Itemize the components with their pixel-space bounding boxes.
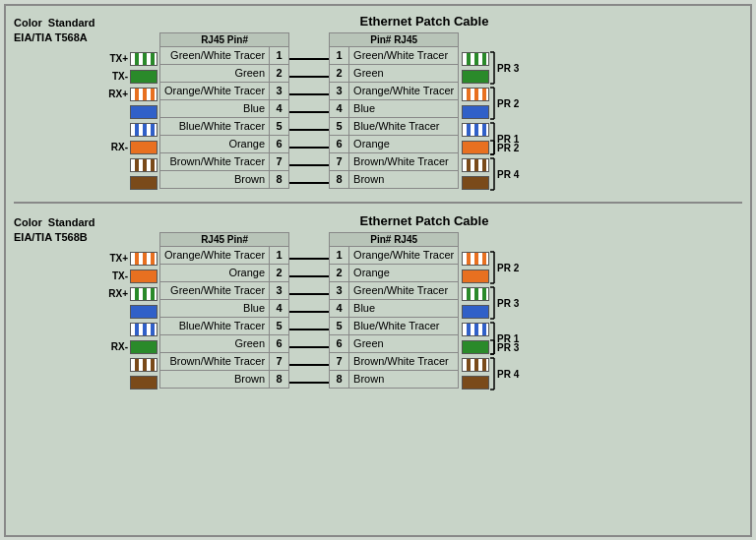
pin-number-cell: 3	[330, 82, 349, 99]
pin-number-cell: 8	[330, 370, 349, 388]
svg-text:PR 3: PR 3	[497, 63, 520, 74]
table-row: 1Green/White Tracer	[330, 46, 459, 64]
table-row: Green/White Tracer3	[160, 281, 289, 299]
wire-name-cell: Green	[349, 334, 459, 352]
table-row: Blue/White Tracer5	[160, 117, 289, 135]
wire-name-cell: Brown	[349, 170, 459, 188]
tx-rx-label: RX+	[106, 288, 128, 299]
pin-number-cell: 4	[330, 99, 349, 117]
color-swatch-left	[130, 141, 158, 154]
pin-number-cell: 5	[270, 317, 289, 334]
wire-name-cell: Brown/White Tracer	[349, 152, 459, 170]
wire-name-cell: Orange	[349, 135, 459, 152]
right-swatch-row	[462, 68, 489, 86]
table-row: Green2	[160, 64, 289, 82]
color-swatch-left	[130, 252, 158, 266]
color-swatch-right	[462, 340, 489, 354]
pin-number-cell: 2	[330, 264, 349, 281]
color-swatch-right	[462, 270, 489, 283]
pin-number-cell: 4	[330, 299, 349, 317]
section-0: Color Standard EIA/TIA T568AEthernet Pat…	[14, 14, 742, 192]
pin-number-cell: 7	[270, 352, 289, 370]
left-label-row: TX-	[106, 68, 158, 86]
left-label-row	[106, 156, 158, 174]
table-row: Orange/White Tracer1	[160, 246, 289, 264]
diagram-area: Ethernet Patch CableTX+TX-RX+RX-RJ45 Pin…	[106, 213, 742, 391]
wire-name-cell: Green	[160, 64, 270, 82]
pin-number-cell: 1	[330, 46, 349, 64]
right-swatch-row	[462, 86, 489, 103]
pin-number-cell: 1	[270, 246, 289, 264]
tx-rx-label: TX+	[106, 53, 128, 64]
table-row: Orange2	[160, 264, 289, 281]
wire-name-cell: Green/White Tracer	[349, 46, 459, 64]
pin-number-cell: 8	[270, 170, 289, 188]
color-swatch-right	[462, 105, 489, 119]
color-swatch-left	[130, 52, 158, 66]
tx-rx-label: RX-	[106, 142, 128, 152]
wire-name-cell: Brown	[349, 370, 459, 388]
table-row: 4Blue	[330, 299, 459, 317]
tx-rx-label: TX-	[106, 270, 128, 281]
wire-table-container: TX+TX-RX+RX-RJ45 Pin#Green/White Tracer1…	[106, 32, 742, 192]
color-swatch-right	[462, 323, 489, 336]
color-swatch-left	[130, 270, 158, 283]
table-row: 2Orange	[330, 264, 459, 281]
pin-number-cell: 5	[330, 117, 349, 135]
left-pin-table: RJ45 Pin#Green/White Tracer1Green2Orange…	[159, 32, 289, 189]
right-swatch-row	[462, 338, 489, 356]
wire-name-cell: Orange/White Tracer	[160, 246, 270, 264]
svg-text:PR 2: PR 2	[497, 263, 520, 273]
pin-number-cell: 6	[330, 135, 349, 152]
left-labels: TX+TX-RX+RX-	[106, 50, 158, 192]
table-row: Orange6	[160, 135, 289, 152]
left-label-row	[106, 121, 158, 139]
right-group: PR 2PR 3PR 1PR 3PR 4	[462, 250, 489, 391]
right-swatch-row	[462, 303, 489, 321]
pin-number-cell: 7	[270, 152, 289, 170]
left-labels: TX+TX-RX+RX-	[106, 250, 158, 391]
pin-number-cell: 7	[330, 152, 349, 170]
wire-name-cell: Blue/White Tracer	[349, 317, 459, 334]
tx-rx-label: RX+	[106, 89, 128, 99]
diagram-title: Ethernet Patch Cable	[360, 14, 489, 29]
table-row: 4Blue	[330, 99, 459, 117]
left-label-row	[106, 303, 158, 321]
svg-text:PR 2: PR 2	[497, 98, 520, 109]
table-row: Green/White Tracer1	[160, 46, 289, 64]
table-row: 5Blue/White Tracer	[330, 117, 459, 135]
color-swatch-right	[462, 88, 489, 101]
wire-name-cell: Orange	[160, 135, 270, 152]
pin-number-cell: 7	[330, 352, 349, 370]
color-swatch-left	[130, 340, 158, 354]
table-row: 2Green	[330, 64, 459, 82]
table-row: Brown/White Tracer7	[160, 352, 289, 370]
wire-name-cell: Blue/White Tracer	[160, 317, 270, 334]
right-swatch-row	[462, 285, 489, 303]
svg-text:PR 4: PR 4	[497, 169, 520, 180]
color-swatch-left	[130, 323, 158, 336]
connector-lines	[289, 250, 329, 391]
wire-name-cell: Brown/White Tracer	[160, 352, 270, 370]
color-swatch-left	[130, 376, 158, 390]
table-row: 6Orange	[330, 135, 459, 152]
wire-name-cell: Green	[349, 64, 459, 82]
color-swatch-left	[130, 176, 158, 190]
pin-number-cell: 6	[270, 135, 289, 152]
standard-label: Color Standard EIA/TIA T568B	[14, 213, 102, 246]
pin-number-cell: 6	[330, 334, 349, 352]
svg-text:PR 3: PR 3	[497, 298, 520, 309]
wire-name-cell: Brown	[160, 370, 270, 388]
svg-text:PR 2: PR 2	[497, 143, 520, 153]
svg-text:PR 4: PR 4	[497, 369, 520, 380]
wire-name-cell: Brown/White Tracer	[349, 352, 459, 370]
color-swatch-right	[462, 176, 489, 190]
table-row: 3Green/White Tracer	[330, 281, 459, 299]
wire-name-cell: Blue/White Tracer	[160, 117, 270, 135]
right-pin-table: Pin# RJ451Orange/White Tracer2Orange3Gre…	[329, 232, 459, 389]
table-row: Blue4	[160, 99, 289, 117]
table-row: 7Brown/White Tracer	[330, 352, 459, 370]
wire-name-cell: Blue	[349, 299, 459, 317]
color-swatch-right	[462, 252, 489, 266]
pin-number-cell: 8	[270, 370, 289, 388]
